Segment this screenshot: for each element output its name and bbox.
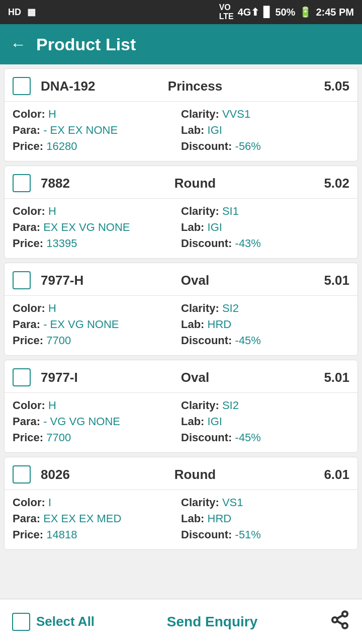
- discount-item: Discount: -51%: [181, 528, 349, 541]
- discount-item: Discount: -45%: [181, 334, 349, 347]
- product-checkbox-4[interactable]: [13, 465, 31, 484]
- product-carat: 5.02: [246, 176, 349, 191]
- hd-label: HD: [8, 7, 21, 18]
- product-header-row: 7882 Round 5.02: [5, 166, 357, 199]
- gallery-icon: ▦: [27, 7, 36, 18]
- color-item: Color: H: [13, 399, 181, 412]
- price-item: Price: 14818: [13, 528, 181, 541]
- select-all-container[interactable]: Select All: [12, 613, 95, 631]
- battery-percent: 50%: [275, 7, 295, 18]
- status-bar: HD ▦ VOLTE 4G⬆ ▊ 50% 🔋 2:45 PM: [0, 0, 362, 24]
- color-item: Color: I: [13, 496, 181, 509]
- color-item: Color: H: [13, 205, 181, 218]
- product-details: Color: H Clarity: SI2 Para: - VG VG NONE…: [5, 393, 357, 452]
- product-carat: 6.01: [246, 467, 349, 482]
- discount-item: Discount: -45%: [181, 431, 349, 444]
- product-header-row: 8026 Round 6.01: [5, 457, 357, 490]
- product-shape: Round: [144, 176, 247, 191]
- clarity-item: Clarity: SI1: [181, 205, 349, 218]
- color-item: Color: H: [13, 108, 181, 121]
- page-title: Product List: [36, 35, 136, 54]
- battery-icon: 🔋: [299, 6, 312, 18]
- product-details: Color: I Clarity: VS1 Para: EX EX EX MED…: [5, 490, 357, 549]
- product-id: 7977-I: [41, 370, 144, 385]
- product-shape: Round: [144, 467, 247, 482]
- product-header-row: 7977-H Oval 5.01: [5, 263, 357, 296]
- signal-bars: ▊: [263, 6, 271, 18]
- para-item: Para: EX EX VG NONE: [13, 221, 181, 234]
- product-checkbox-3[interactable]: [13, 368, 31, 386]
- color-item: Color: H: [13, 302, 181, 315]
- product-id: 7977-H: [41, 273, 144, 288]
- price-item: Price: 16280: [13, 140, 181, 153]
- product-details: Color: H Clarity: SI2 Para: - EX VG NONE…: [5, 296, 357, 355]
- product-carat: 5.01: [246, 273, 349, 288]
- lab-item: Lab: IGI: [181, 415, 349, 428]
- product-card: 7977-I Oval 5.01 Color: H Clarity: SI2 P…: [4, 360, 358, 453]
- product-shape: Oval: [144, 370, 247, 385]
- product-details: Color: H Clarity: VVS1 Para: - EX EX NON…: [5, 102, 357, 161]
- product-id: DNA-192: [41, 78, 144, 94]
- share-icon[interactable]: [330, 610, 350, 634]
- discount-item: Discount: -56%: [181, 140, 349, 153]
- lab-item: Lab: IGI: [181, 221, 349, 234]
- product-carat: 5.05: [246, 78, 349, 94]
- svg-line-4: [337, 615, 342, 618]
- clarity-item: Clarity: VVS1: [181, 108, 349, 121]
- product-card: 7977-H Oval 5.01 Color: H Clarity: SI2 P…: [4, 263, 358, 356]
- product-checkbox-1[interactable]: [13, 174, 31, 192]
- product-header-row: 7977-I Oval 5.01: [5, 360, 357, 393]
- time: 2:45 PM: [316, 7, 354, 18]
- product-checkbox-2[interactable]: [13, 271, 31, 289]
- price-item: Price: 13395: [13, 237, 181, 250]
- product-card: 7882 Round 5.02 Color: H Clarity: SI1 Pa…: [4, 166, 358, 259]
- product-details: Color: H Clarity: SI1 Para: EX EX VG NON…: [5, 199, 357, 258]
- clarity-item: Clarity: SI2: [181, 302, 349, 315]
- price-item: Price: 7700: [13, 431, 181, 444]
- back-button[interactable]: ←: [10, 35, 26, 54]
- product-list: DNA-192 Princess 5.05 Color: H Clarity: …: [0, 64, 362, 600]
- product-shape: Oval: [144, 273, 247, 288]
- price-item: Price: 7700: [13, 334, 181, 347]
- para-item: Para: EX EX EX MED: [13, 512, 181, 525]
- status-bar-right: VOLTE 4G⬆ ▊ 50% 🔋 2:45 PM: [219, 3, 354, 21]
- lab-item: Lab: HRD: [181, 512, 349, 525]
- product-card: 8026 Round 6.01 Color: I Clarity: VS1 Pa…: [4, 457, 358, 550]
- product-checkbox-0[interactable]: [13, 77, 31, 95]
- svg-line-3: [337, 621, 342, 624]
- app-header: ← Product List: [0, 24, 362, 64]
- lab-item: Lab: HRD: [181, 318, 349, 331]
- signal-info: VOLTE: [219, 3, 234, 21]
- product-shape: Princess: [144, 78, 247, 94]
- product-id: 8026: [41, 467, 144, 482]
- clarity-item: Clarity: VS1: [181, 496, 349, 509]
- lab-item: Lab: IGI: [181, 124, 349, 137]
- select-all-label[interactable]: Select All: [36, 614, 95, 629]
- product-id: 7882: [41, 176, 144, 191]
- clarity-item: Clarity: SI2: [181, 399, 349, 412]
- network-4g: 4G⬆: [238, 6, 260, 18]
- send-enquiry-button[interactable]: Send Enquiry: [167, 614, 257, 630]
- para-item: Para: - VG VG NONE: [13, 415, 181, 428]
- product-card: DNA-192 Princess 5.05 Color: H Clarity: …: [4, 68, 358, 162]
- status-bar-left: HD ▦: [8, 7, 36, 18]
- select-all-checkbox[interactable]: [12, 613, 30, 631]
- para-item: Para: - EX VG NONE: [13, 318, 181, 331]
- product-header-row: DNA-192 Princess 5.05: [5, 69, 357, 102]
- para-item: Para: - EX EX NONE: [13, 124, 181, 137]
- discount-item: Discount: -43%: [181, 237, 349, 250]
- bottom-bar: Select All Send Enquiry: [0, 599, 362, 644]
- product-carat: 5.01: [246, 370, 349, 385]
